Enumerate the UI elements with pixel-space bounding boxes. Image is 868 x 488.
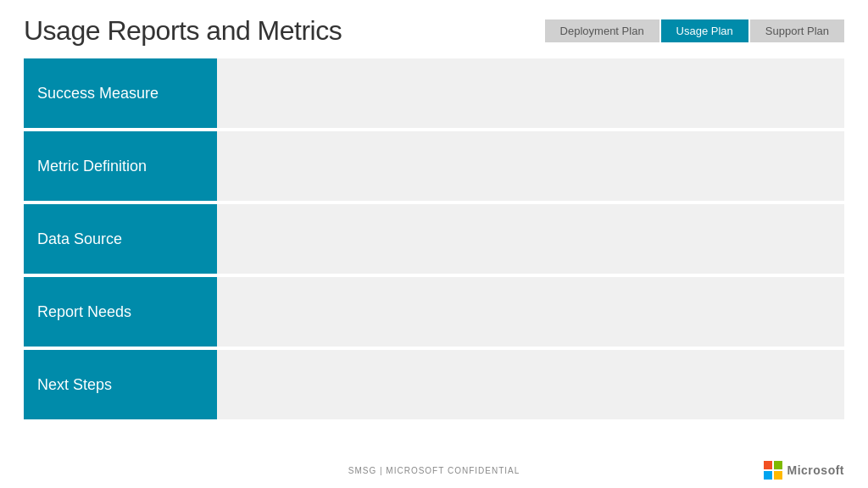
row-content-data-source	[217, 204, 844, 274]
row-label-success-measure: Success Measure	[24, 58, 217, 128]
tab-deployment[interactable]: Deployment Plan	[545, 19, 659, 42]
row-success-measure: Success Measure	[24, 58, 844, 128]
row-content-next-steps	[217, 350, 844, 419]
microsoft-logo: Microsoft	[570, 461, 844, 480]
footer-confidential: SMSG | MICROSOFT CONFIDENTIAL	[298, 466, 571, 475]
row-content-metric-definition	[217, 131, 844, 201]
row-label-data-source: Data Source	[24, 204, 217, 274]
row-data-source: Data Source	[24, 204, 844, 274]
ms-square-yellow	[774, 471, 782, 480]
row-metric-definition: Metric Definition	[24, 131, 844, 201]
nav-tabs: Deployment Plan Usage Plan Support Plan	[545, 19, 844, 42]
ms-logo-text: Microsoft	[787, 463, 845, 477]
row-content-success-measure	[217, 58, 844, 128]
tab-usage[interactable]: Usage Plan	[661, 19, 748, 42]
ms-squares-icon	[764, 461, 782, 480]
tab-support[interactable]: Support Plan	[750, 19, 844, 42]
header: Usage Reports and Metrics Deployment Pla…	[0, 0, 868, 55]
main-content: Success Measure Metric Definition Data S…	[0, 58, 868, 419]
row-label-report-needs: Report Needs	[24, 277, 217, 347]
page-title: Usage Reports and Metrics	[24, 15, 342, 47]
row-next-steps: Next Steps	[24, 350, 844, 419]
ms-square-green	[774, 461, 782, 469]
ms-square-red	[764, 461, 772, 469]
row-report-needs: Report Needs	[24, 277, 844, 347]
row-label-metric-definition: Metric Definition	[24, 131, 217, 201]
ms-square-blue	[764, 471, 772, 480]
row-label-next-steps: Next Steps	[24, 350, 217, 419]
row-content-report-needs	[217, 277, 844, 347]
footer: SMSG | MICROSOFT CONFIDENTIAL Microsoft	[0, 461, 868, 480]
